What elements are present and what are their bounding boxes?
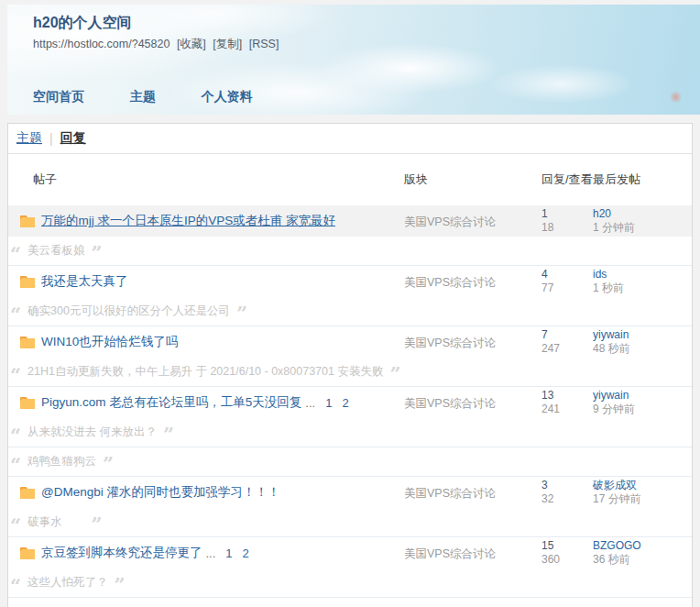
open-quote-mark: “ [10,515,21,535]
reply-quote-row: “鸡鸭鱼猫狗云” [8,447,692,477]
thread-title-link[interactable]: 万能的mjj 求一个日本原生IP的VPS或者杜甫 家宽最好 [41,213,335,229]
quote-text: 美云看板娘 [27,243,85,259]
thread-row: Pigyun.com 老总有在论坛里吗，工单5天没回复 ...12美国VPS综合… [8,387,692,418]
last-post-time: 1 分钟前 [593,221,692,235]
last-poster-link[interactable]: ids [593,268,692,281]
view-count: 241 [541,403,593,416]
last-post-cell: ids1 秒前 [593,268,692,295]
forum-cell: 美国VPS综合讨论 [404,273,541,291]
thread-row: 万能的mjj 求一个日本原生IP的VPS或者杜甫 家宽最好美国VPS综合讨论11… [8,205,692,237]
reply-count: 7 [541,328,593,342]
space-nav: 空间首页 主题 个人资料 [33,89,295,105]
reply-count: 1 [541,207,593,221]
last-poster-link[interactable]: h20 [593,207,692,221]
close-quote-mark: ” [163,425,174,444]
close-quote-mark: ” [103,454,114,473]
view-count: 32 [541,492,593,506]
last-post-time: 48 秒前 [593,342,692,356]
column-header-post: 帖子 [8,171,404,188]
last-post-time: 17 分钟前 [593,492,692,506]
thread-title-link[interactable]: 我还是太天真了 [41,273,128,290]
tab-separator: | [49,131,53,146]
table-header-row: 帖子 版块 回复/查看 最后发帖 [8,154,692,205]
forum-link[interactable]: 美国VPS综合讨论 [404,487,496,500]
nav-threads[interactable]: 主题 [130,89,156,104]
view-count: 360 [541,553,593,567]
thread-list: 万能的mjj 求一个日本原生IP的VPS或者杜甫 家宽最好美国VPS综合讨论11… [8,205,692,607]
folder-icon [20,546,35,559]
thread-row: 京豆签到脚本终究还是停更了 ...12美国VPS综合讨论15360BZGOGO3… [8,537,692,568]
rss-link[interactable]: [RSS] [249,38,279,50]
thread-title-link[interactable]: 京豆签到脚本终究还是停更了 [41,545,202,561]
folder-icon [20,486,35,499]
last-poster-link[interactable]: BZGOGO [593,539,692,553]
folder-icon [20,396,35,409]
close-quote-mark: ” [92,514,103,534]
tab-threads[interactable]: 主题 [16,130,42,147]
thread-post-cell: 万能的mjj 求一个日本原生IP的VPS或者杜甫 家宽最好 [8,213,404,229]
forum-link[interactable]: 美国VPS综合讨论 [404,547,496,560]
open-quote-mark: “ [10,455,21,474]
view-count: 247 [541,342,593,356]
profile-header: h20的个人空间 https://hostloc.com/?45820 [收藏]… [7,5,700,115]
last-poster-link[interactable]: yiywain [593,328,692,342]
close-quote-mark: ” [115,575,126,594]
thread-post-cell: WIN10也开始恰烂钱了吗 [8,334,404,350]
forum-link[interactable]: 美国VPS综合讨论 [404,215,496,228]
tab-replies[interactable]: 回复 [60,130,86,147]
copy-link[interactable]: [复制] [213,38,242,50]
quote-text: 从来就没进去 何来放出？ [27,425,157,440]
nav-space-home[interactable]: 空间首页 [33,89,84,104]
replies-views-cell: 118 [541,207,593,235]
thread-post-cell: 我还是太天真了 [8,273,404,290]
forum-cell: 美国VPS综合讨论 [404,484,541,502]
open-quote-mark: “ [10,425,21,445]
reply-quote-row: “这些人怕死了？” [8,568,692,598]
forum-link[interactable]: 美国VPS综合讨论 [404,337,496,349]
replies-views-cell: 13241 [541,389,593,416]
reply-count: 13 [541,389,593,403]
thread-page-link[interactable]: 2 [342,396,348,410]
thread-row: WIN10也开始恰烂钱了吗美国VPS综合讨论7247yiywain48 秒前 [8,326,692,358]
reply-quote-row: “确实300元可以很好的区分个人还是公司” [8,297,692,326]
thread-page-link[interactable]: 2 [243,546,249,560]
nav-profile[interactable]: 个人资料 [202,89,253,104]
thread-page-link[interactable]: 1 [325,396,332,410]
thread-post-cell: @DMengbi 灌水的同时也要加强学习！！！ [8,484,404,501]
title-ellipsis: ... [206,546,216,560]
page: h20的个人空间 https://hostloc.com/?45820 [收藏]… [0,0,700,607]
last-post-cell: yiywain9 分钟前 [593,389,692,416]
open-quote-mark: “ [10,576,21,595]
last-post-cell: yiywain48 秒前 [593,328,692,356]
thread-title-link[interactable]: Pigyun.com 老总有在论坛里吗，工单5天没回复 [41,394,301,411]
reply-quote-row: “从来就没进去 何来放出？” [8,418,692,447]
thread-title-link[interactable]: WIN10也开始恰烂钱了吗 [41,334,178,350]
forum-link[interactable]: 美国VPS综合讨论 [404,276,496,289]
favorite-link[interactable]: [收藏] [177,38,206,50]
reply-quote-row: “美云看板娘” [8,237,692,266]
reply-quote-row: “破事水 ” [8,508,692,537]
thread-post-cell: Pigyun.com 老总有在论坛里吗，工单5天没回复 ...12 [8,394,404,411]
close-quote-mark: ” [389,364,400,383]
open-quote-mark: “ [10,244,21,263]
forum-cell: 美国VPS综合讨论 [404,334,541,351]
view-count: 77 [541,281,593,295]
close-quote-mark: ” [92,243,103,262]
last-poster-link[interactable]: yiywain [593,389,692,403]
forum-cell: 美国VPS综合讨论 [404,213,541,230]
thread-title-link[interactable]: @DMengbi 灌水的同时也要加强学习！！！ [41,484,279,501]
quote-text: 确实300元可以很好的区分个人还是公司 [27,304,230,319]
last-post-time: 1 秒前 [593,281,692,295]
thread-page-link[interactable]: 1 [225,546,232,560]
replies-views-cell: 15360 [541,539,593,567]
last-poster-link[interactable]: 破影成双 [593,479,692,492]
last-post-cell: 破影成双17 分钟前 [593,479,692,506]
quote-text: 鸡鸭鱼猫狗云 [27,454,96,469]
forum-link[interactable]: 美国VPS综合讨论 [404,397,496,410]
column-header-replies-views: 回复/查看 [541,171,593,188]
title-ellipsis: ... [305,396,315,410]
column-header-forum: 版块 [404,171,541,188]
tab-bar: 主题 | 回复 [8,124,692,154]
profile-url-line: https://hostloc.com/?45820 [收藏] [复制] [RS… [33,37,279,52]
thread-row: 我还是太天真了美国VPS综合讨论477ids1 秒前 [8,266,692,297]
